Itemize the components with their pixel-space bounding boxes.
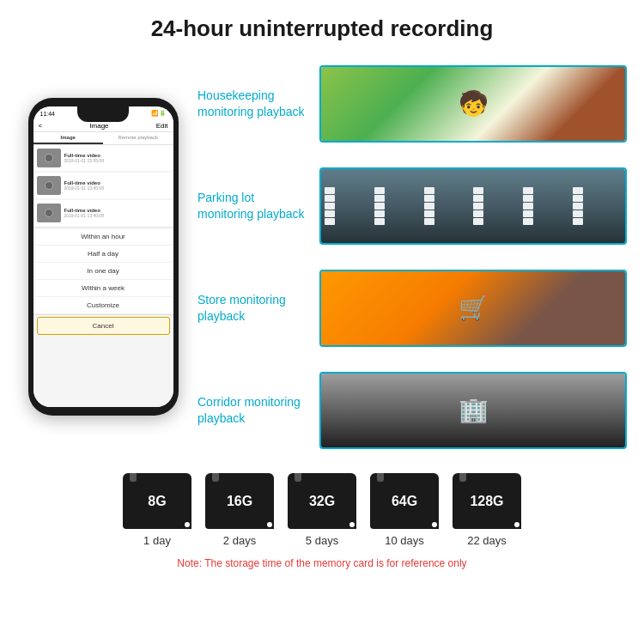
edit-label[interactable]: Edit bbox=[156, 122, 168, 130]
thumb-1 bbox=[37, 149, 61, 167]
monitoring-image-3: 🛒 bbox=[319, 270, 627, 347]
item-date-2: 2019-01-01 13:45:08 bbox=[64, 185, 170, 191]
days-64g: 10 days bbox=[385, 534, 424, 547]
monitoring-image-4: 🏢 bbox=[319, 372, 627, 449]
storage-note: Note: The storage time of the memory car… bbox=[177, 557, 466, 569]
sd-card-32g: 32G bbox=[288, 473, 356, 529]
storage-card-8g: 8G 1 day bbox=[123, 473, 191, 547]
monitoring-image-2 bbox=[319, 167, 627, 245]
monitoring-label-3: Store monitoringplayback bbox=[197, 292, 309, 323]
phone-screen: 11:44 📶🔋 < Image Edit Image Remote playb… bbox=[33, 106, 173, 407]
dropdown-item-3[interactable]: In one day bbox=[33, 263, 173, 280]
sd-notch bbox=[377, 473, 384, 482]
days-32g: 5 days bbox=[306, 534, 338, 547]
dropdown-item-4[interactable]: Within a week bbox=[33, 280, 173, 297]
phone-icons: 📶🔋 bbox=[151, 110, 167, 117]
monitoring-row-3: Store monitoringplayback 🛒 bbox=[197, 259, 627, 356]
storage-card-64g: 64G 10 days bbox=[370, 473, 439, 547]
dropdown-item-1[interactable]: Within an hour bbox=[33, 228, 173, 246]
store-image: 🛒 bbox=[321, 271, 625, 345]
sd-notch bbox=[130, 473, 137, 482]
sd-size-32g: 32G bbox=[309, 494, 335, 509]
thumb-3 bbox=[37, 204, 61, 222]
monitoring-label-2: Parking lotmonitoring playback bbox=[197, 190, 309, 221]
phone-list: Full-time video 2019-01-01 15:55:08 Full… bbox=[33, 145, 173, 407]
tab-image[interactable]: Image bbox=[33, 132, 104, 144]
list-item: Full-time video 2019-01-01 15:55:08 bbox=[33, 145, 173, 171]
storage-section: 8G 1 day 16G 2 days 32G 5 days 64G 10 da… bbox=[0, 463, 644, 576]
list-item: Full-time video 2019-01-01 13:45:08 bbox=[33, 173, 173, 198]
sd-card-8g: 8G bbox=[123, 473, 191, 529]
corridor-image: 🏢 bbox=[321, 374, 625, 447]
tab-remote-playback[interactable]: Remote playback bbox=[103, 132, 173, 144]
screen-title: Image bbox=[89, 122, 108, 130]
phone-notch bbox=[77, 106, 129, 122]
phone-nav: < Image Edit bbox=[33, 120, 173, 132]
back-label[interactable]: < bbox=[39, 122, 43, 130]
item-date-3: 2019-01-01 13:40:08 bbox=[64, 213, 170, 218]
monitoring-row-2: Parking lotmonitoring playback bbox=[197, 157, 627, 254]
housekeeping-image: 🧒 bbox=[321, 67, 625, 141]
days-16g: 2 days bbox=[223, 534, 256, 547]
phone-time: 11:44 bbox=[40, 111, 56, 117]
days-128g: 22 days bbox=[467, 534, 507, 547]
parking-image bbox=[321, 169, 625, 243]
sd-notch bbox=[295, 473, 301, 482]
storage-card-32g: 32G 5 days bbox=[288, 473, 356, 547]
monitoring-label-1: Housekeepingmonitoring playback bbox=[197, 88, 309, 118]
sd-size-8g: 8G bbox=[148, 494, 166, 509]
sd-notch bbox=[459, 473, 466, 482]
list-item: Full-time video 2019-01-01 13:40:08 bbox=[33, 200, 173, 226]
main-content: 11:44 📶🔋 < Image Edit Image Remote playb… bbox=[0, 51, 644, 463]
phone-tabs: Image Remote playback bbox=[33, 132, 173, 145]
sd-size-128g: 128G bbox=[470, 494, 503, 509]
monitoring-label-4: Corridor monitoringplayback bbox=[197, 394, 309, 425]
sd-card-128g: 128G bbox=[453, 473, 521, 529]
phone-mockup: 11:44 📶🔋 < Image Edit Image Remote playb… bbox=[28, 98, 179, 416]
item-date-1: 2019-01-01 15:55:08 bbox=[64, 158, 170, 163]
phone-dropdown: Within an hour Half a day In one day Wit… bbox=[33, 228, 173, 315]
sd-card-16g: 16G bbox=[205, 473, 274, 529]
monitoring-row-4: Corridor monitoringplayback 🏢 bbox=[197, 361, 627, 459]
storage-card-128g: 128G 22 days bbox=[453, 473, 521, 547]
monitoring-image-1: 🧒 bbox=[319, 65, 627, 143]
days-8g: 1 day bbox=[143, 534, 171, 547]
phone-section: 11:44 📶🔋 < Image Edit Image Remote playb… bbox=[17, 51, 189, 463]
dropdown-item-2[interactable]: Half a day bbox=[33, 246, 173, 263]
sd-size-16g: 16G bbox=[227, 494, 252, 509]
storage-cards: 8G 1 day 16G 2 days 32G 5 days 64G 10 da… bbox=[123, 473, 521, 547]
header: 24-hour uninterrupted recording bbox=[0, 0, 644, 51]
thumb-2 bbox=[37, 176, 61, 195]
page-title: 24-hour uninterrupted recording bbox=[17, 15, 627, 42]
sd-size-64g: 64G bbox=[392, 494, 417, 509]
cancel-button[interactable]: Cancel bbox=[37, 317, 170, 335]
monitoring-section: Housekeepingmonitoring playback 🧒 Parkin… bbox=[197, 51, 627, 463]
monitoring-row-1: Housekeepingmonitoring playback 🧒 bbox=[197, 55, 627, 152]
sd-card-64g: 64G bbox=[370, 473, 439, 529]
sd-notch bbox=[212, 473, 219, 482]
dropdown-item-5[interactable]: Customize bbox=[33, 297, 173, 314]
storage-card-16g: 16G 2 days bbox=[205, 473, 274, 547]
